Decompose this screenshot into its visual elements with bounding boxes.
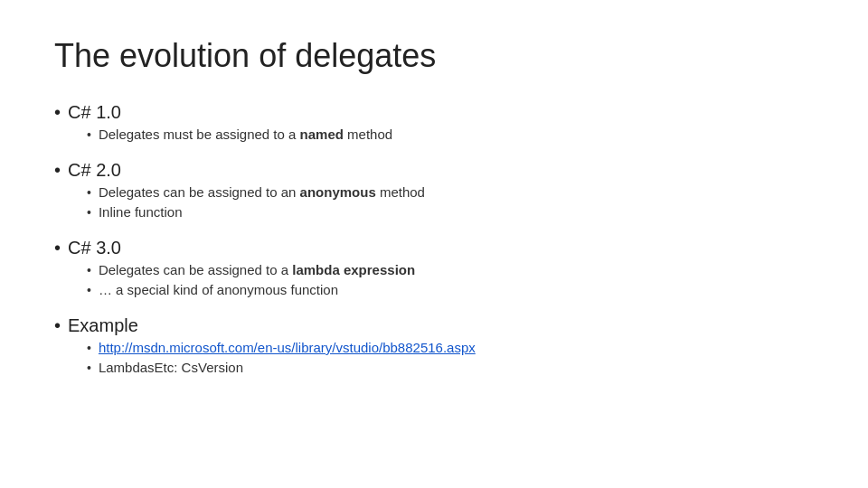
bullet-example-1[interactable]: http://msdn.microsoft.com/en-us/library/…	[87, 338, 814, 359]
slide: The evolution of delegates C# 1.0 Delega…	[0, 0, 868, 488]
bullet-csharp2-1: Delegates can be assigned to an anonymou…	[87, 183, 814, 203]
msdn-link[interactable]: http://msdn.microsoft.com/en-us/library/…	[99, 338, 476, 359]
bullet-csharp2-2: Inline function	[87, 202, 814, 223]
slide-title: The evolution of delegates	[54, 36, 814, 75]
section-csharp2: C# 2.0 Delegates can be assigned to an a…	[54, 155, 814, 223]
bullet-example-2: LambdasEtc: CsVersion	[87, 358, 814, 379]
content-area: C# 1.0 Delegates must be assigned to a n…	[54, 97, 814, 379]
heading-example: Example	[54, 315, 814, 336]
bullet-csharp3-1: Delegates can be assigned to a lambda ex…	[87, 260, 814, 281]
heading-csharp3: C# 3.0	[54, 238, 814, 258]
section-csharp1: C# 1.0 Delegates must be assigned to a n…	[54, 97, 814, 145]
bullet-csharp3-2: … a special kind of anonymous function	[87, 280, 814, 301]
heading-csharp2: C# 2.0	[54, 160, 814, 181]
section-example: Example http://msdn.microsoft.com/en-us/…	[54, 310, 814, 379]
heading-csharp1: C# 1.0	[54, 102, 814, 123]
section-csharp3: C# 3.0 Delegates can be assigned to a la…	[54, 232, 814, 301]
bullet-csharp1-1: Delegates must be assigned to a named me…	[87, 125, 814, 145]
